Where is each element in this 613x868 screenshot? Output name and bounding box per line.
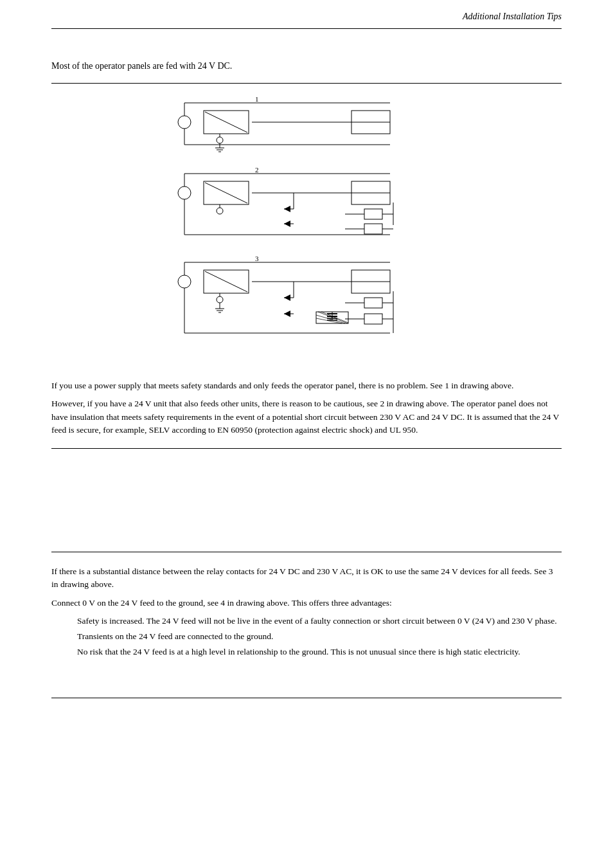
svg-line-18 (205, 183, 247, 203)
body-para-3: If there is a substantial distance betwe… (51, 565, 562, 592)
bottom-divider (51, 698, 562, 698)
intro-text: Most of the operator panels are fed with… (51, 61, 562, 71)
third-section: If there is a substantial distance betwe… (51, 565, 562, 659)
page: Additional Installation Tips Most of the… (0, 0, 613, 868)
svg-text:1: 1 (255, 95, 259, 103)
header-title: Additional Installation Tips (463, 12, 562, 22)
bullet-3: No risk that the 24 V feed is at a high … (77, 646, 562, 658)
body-para-4: Connect 0 V on the 24 V feed to the grou… (51, 597, 562, 610)
section-divider-2 (51, 552, 562, 552)
svg-rect-49 (364, 298, 382, 308)
second-section: If there is a substantial distance betwe… (51, 552, 562, 659)
svg-marker-29 (284, 206, 290, 212)
svg-line-41 (205, 271, 247, 292)
svg-point-39 (178, 275, 191, 288)
section-divider-1 (51, 448, 562, 449)
body-para-1: If you use a power supply that meets saf… (51, 379, 562, 392)
svg-point-16 (178, 186, 191, 199)
svg-rect-65 (364, 314, 382, 324)
svg-point-19 (217, 208, 223, 214)
svg-point-4 (217, 137, 223, 143)
svg-text:2: 2 (255, 166, 259, 174)
svg-rect-32 (364, 224, 382, 234)
svg-point-42 (217, 296, 223, 303)
svg-marker-48 (284, 294, 290, 301)
svg-marker-64 (284, 311, 290, 317)
svg-point-1 (178, 116, 191, 129)
bullet-2: Transients on the 24 V feed are connecte… (77, 630, 562, 643)
body-para-2: However, if you have a 24 V unit that al… (51, 397, 562, 437)
svg-text:3: 3 (255, 255, 259, 262)
svg-rect-25 (364, 209, 382, 219)
circuit-diagram: 1 2 3 (146, 84, 467, 360)
svg-line-3 (205, 112, 247, 132)
bullet-1: Safety is increased. The 24 V feed will … (77, 615, 562, 628)
body-section-1: If you use a power supply that meets saf… (51, 379, 562, 437)
page-header: Additional Installation Tips (51, 0, 562, 29)
svg-line-62 (316, 318, 342, 323)
diagram-area: 1 2 3 (51, 83, 562, 360)
svg-marker-31 (284, 221, 290, 227)
